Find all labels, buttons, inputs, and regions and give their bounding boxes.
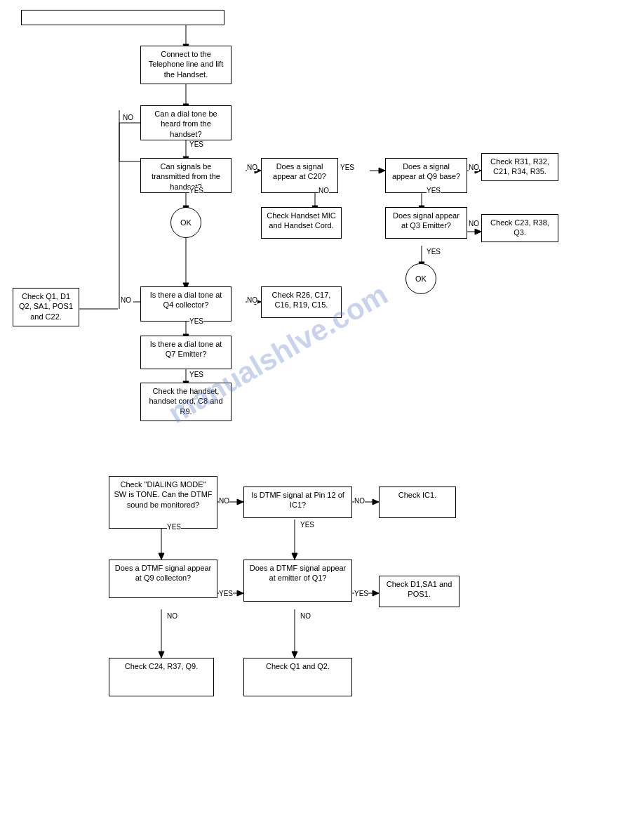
check-r26-box: Check R26, C17, C16, R19, C15. (261, 286, 342, 318)
no-label-q1emit: NO (300, 612, 311, 620)
no-label-q9base: NO (469, 164, 479, 171)
dtmf-q9col-box: Does a DTMF signal appear at Q9 collecto… (109, 560, 217, 598)
dtmf-q1emit-box: Does a DTMF signal appear at emitter of … (243, 560, 352, 602)
yes-label-q9col: YES (219, 590, 233, 597)
connect-box: Connect to the Telephone line and lift t… (140, 46, 232, 84)
svg-marker-40 (373, 499, 379, 505)
no-label-dial-tone: NO (123, 114, 133, 121)
check-handset2-box: Check the handset, handset cord, C8 and … (140, 383, 232, 421)
dial-tone-q-box: Can a dial tone be heard from the handse… (140, 105, 232, 140)
no-label-signals: NO (247, 164, 257, 171)
svg-marker-22 (475, 229, 481, 234)
yes-label-signals: YES (189, 187, 203, 194)
svg-marker-16 (379, 168, 385, 173)
no-label-q4left: NO (121, 296, 131, 304)
no-label-q9col: NO (167, 612, 177, 620)
svg-marker-52 (292, 651, 297, 658)
top-input-box (21, 10, 224, 25)
flowchart: Connect to the Telephone line and lift t… (0, 0, 644, 834)
yes-label-dialing: YES (167, 523, 181, 531)
check-c23-box: Check C23, R38, Q3. (481, 214, 558, 242)
svg-marker-42 (159, 553, 164, 560)
yes-label-q4: YES (189, 317, 203, 325)
no-label-c20: NO (318, 187, 329, 194)
yes-label-ic1: YES (300, 521, 314, 529)
svg-marker-38 (237, 499, 243, 505)
signal-q3emit-box: Does signal appear at Q3 Emitter? (385, 207, 467, 239)
check-d1-sa1-box: Check D1,SA1 and POS1. (379, 576, 459, 607)
svg-marker-50 (159, 651, 164, 658)
ok-circle-right: OK (405, 263, 436, 294)
yes-label-q3emit: YES (427, 248, 441, 256)
dial-q4-box: Is there a dial tone at Q4 collector? (140, 286, 232, 322)
yes-label-q9base: YES (427, 187, 441, 194)
check-q1-q2-box: Check Q1 and Q2. (243, 658, 352, 696)
dial-q7-box: Is there a dial tone at Q7 Emitter? (140, 336, 232, 369)
check-r31-box: Check R31, R32, C21, R34, R35. (481, 153, 558, 181)
check-handset-mic-box: Check Handset MIC and Handset Cord. (261, 207, 342, 239)
arrows-svg (0, 0, 644, 834)
svg-marker-46 (237, 590, 243, 596)
no-label-ic1: NO (354, 497, 365, 505)
signals-tx-box: Can signals be transmitted from the hand… (140, 158, 232, 193)
check-c24-box: Check C24, R37, Q9. (109, 658, 214, 696)
dtmf-ic1-box: Is DTMF signal at Pin 12 of IC1? (243, 486, 352, 518)
check-q1-d1-box: Check Q1, D1 Q2, SA1, POS1 and C22. (13, 288, 79, 326)
yes-label-dial-tone: YES (189, 140, 203, 148)
no-label-q3emit: NO (469, 220, 479, 227)
no-label-dialing: NO (219, 497, 229, 505)
svg-marker-48 (373, 590, 379, 596)
ok-circle-top: OK (170, 207, 201, 238)
yes-label-q1emit: YES (354, 590, 368, 597)
no-label-q4: NO (247, 296, 257, 304)
yes-label-c20: YES (340, 164, 354, 171)
check-ic1-box: Check IC1. (379, 486, 456, 518)
svg-marker-44 (292, 553, 297, 560)
check-dialing-box: Check "DIALING MODE" SW is TONE. Can the… (109, 476, 217, 529)
yes-label-q7: YES (189, 371, 203, 378)
